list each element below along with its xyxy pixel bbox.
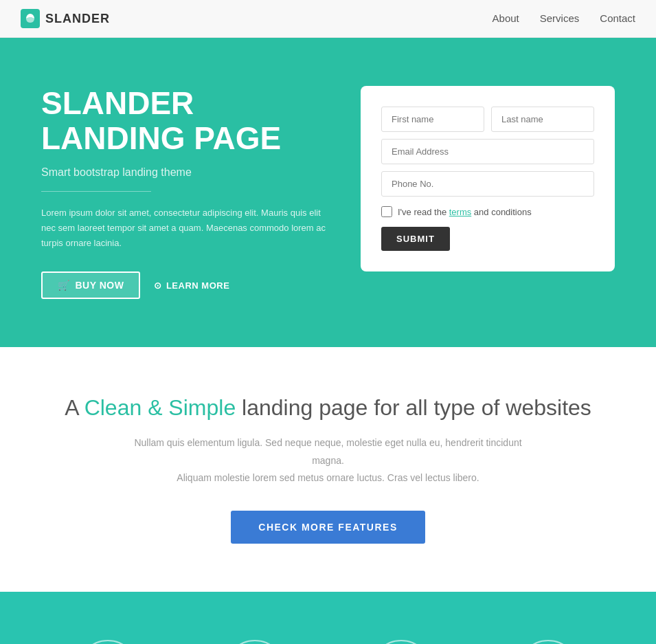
hero-buttons: 🛒 BUY NOW ⊙ LEARN MORE [41, 271, 330, 299]
check-features-button[interactable]: CHECK MORE FEATURES [231, 511, 425, 544]
rocket-icon-circle [224, 640, 286, 644]
nav-about[interactable]: About [493, 12, 519, 24]
features-intro-description: Nullam quis elementum ligula. Sed neque … [122, 434, 534, 487]
monitor-icon-circle [77, 640, 139, 644]
users-icon-circle [517, 640, 579, 644]
features-intro-title: A Clean & Simple landing page for all ty… [41, 395, 615, 421]
feature-card-launch: Quick Launch Sed dolor nisl, blandit nec… [188, 640, 321, 644]
signup-form-card: I've read the terms and conditions SUBMI… [361, 86, 615, 271]
terms-link[interactable]: terms [449, 207, 472, 217]
brand-name: SLANDER [45, 12, 110, 26]
hero-title: SLANDER LANDING PAGE [41, 86, 330, 155]
submit-button[interactable]: SUBMIT [381, 227, 450, 251]
hero-section: SLANDER LANDING PAGE Smart bootstrap lan… [0, 38, 656, 347]
terms-check: I've read the terms and conditions [381, 206, 594, 217]
nav-contact[interactable]: Contact [600, 12, 635, 24]
hero-description: Lorem ipsum dolor sit amet, consectetur … [41, 206, 330, 251]
email-input[interactable] [381, 139, 594, 164]
terms-label: I've read the terms and conditions [398, 207, 532, 217]
name-row [381, 107, 594, 132]
cart-icon: 🛒 [58, 280, 70, 291]
hero-subtitle: Smart bootstrap landing theme [41, 166, 330, 179]
last-name-input[interactable] [491, 107, 594, 132]
brand-logo-icon [21, 9, 40, 28]
buy-now-button[interactable]: 🛒 BUY NOW [41, 271, 140, 299]
phone-row [381, 171, 594, 197]
code-icon-circle [370, 640, 432, 644]
hero-divider [41, 191, 151, 192]
feature-card-clients: Clients Loving Sed dolor nisl, blandit n… [482, 640, 615, 644]
feature-card-code: Clean Coded Sed dolor nisl, blandit nec … [335, 640, 468, 644]
first-name-input[interactable] [381, 107, 484, 132]
phone-input[interactable] [381, 171, 594, 197]
circle-icon: ⊙ [154, 280, 162, 291]
navbar: SLANDER About Services Contact [0, 0, 656, 38]
hero-content: SLANDER LANDING PAGE Smart bootstrap lan… [41, 86, 330, 299]
features-intro-section: A Clean & Simple landing page for all ty… [0, 347, 656, 592]
nav-services[interactable]: Services [540, 12, 580, 24]
email-row [381, 139, 594, 164]
brand-logo-area: SLANDER [21, 9, 110, 28]
learn-more-button[interactable]: ⊙ LEARN MORE [154, 280, 229, 291]
features-cards-section: Responsive Design Sed dolor nisl, blandi… [0, 592, 656, 644]
nav-links: About Services Contact [493, 12, 635, 25]
feature-card-responsive: Responsive Design Sed dolor nisl, blandi… [41, 640, 174, 644]
terms-checkbox[interactable] [381, 206, 392, 217]
